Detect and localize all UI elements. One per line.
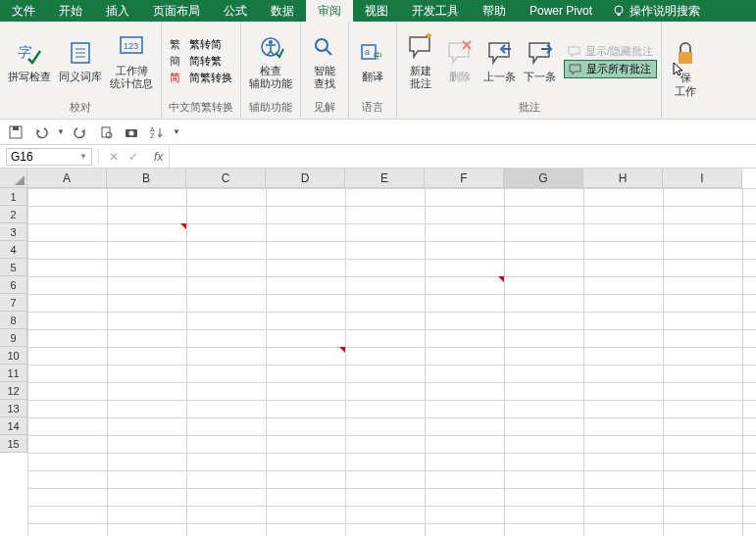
translate-icon: a中 bbox=[357, 37, 388, 69]
row-header[interactable]: 9 bbox=[0, 329, 27, 347]
print-preview-button[interactable] bbox=[96, 122, 116, 142]
name-box[interactable]: G16 ▼ bbox=[6, 148, 92, 166]
row-header[interactable]: 7 bbox=[0, 294, 27, 312]
tab-data[interactable]: 数据 bbox=[259, 0, 306, 22]
comment-indicator[interactable] bbox=[339, 347, 345, 353]
select-all-corner[interactable] bbox=[0, 169, 27, 188]
prev-comment-button[interactable]: 上一条 bbox=[479, 35, 520, 85]
column-header[interactable]: H bbox=[583, 169, 663, 188]
sort-button[interactable]: AZ bbox=[147, 122, 167, 142]
group-insights-label: 见解 bbox=[305, 98, 344, 117]
svg-text:中: 中 bbox=[374, 51, 382, 61]
enter-formula-icon: ✓ bbox=[128, 150, 138, 164]
svg-point-25 bbox=[128, 130, 133, 135]
column-header[interactable]: G bbox=[504, 169, 583, 188]
row-header[interactable]: 2 bbox=[0, 206, 27, 223]
next-comment-icon bbox=[525, 37, 556, 69]
row-header[interactable]: 8 bbox=[0, 312, 27, 329]
new-comment-button[interactable]: 新建 批注 bbox=[401, 29, 440, 92]
delete-comment-icon bbox=[444, 37, 476, 69]
tab-view[interactable]: 视图 bbox=[353, 0, 400, 22]
svg-text:繁: 繁 bbox=[170, 38, 180, 50]
conv-label: 简繁转换 bbox=[189, 71, 232, 85]
svg-text:简: 简 bbox=[170, 72, 180, 83]
tab-formulas[interactable]: 公式 bbox=[212, 0, 259, 22]
svg-text:字: 字 bbox=[17, 44, 32, 60]
accessibility-button[interactable]: 检查 辅助功能 bbox=[245, 29, 296, 92]
row-header[interactable]: 15 bbox=[0, 435, 27, 453]
smart-lookup-button[interactable]: 智能 查找 bbox=[305, 29, 344, 92]
column-header[interactable]: E bbox=[345, 169, 425, 188]
next-comment-label: 下一条 bbox=[524, 71, 556, 83]
tell-me-label: 操作说明搜索 bbox=[630, 3, 700, 20]
ribbon-tabs: 文件 开始 插入 页面布局 公式 数据 审阅 视图 开发工具 帮助 Power … bbox=[0, 0, 756, 22]
cancel-formula-icon: ✕ bbox=[109, 150, 119, 164]
fx-icon[interactable]: fx bbox=[148, 150, 169, 164]
tab-dev[interactable]: 开发工具 bbox=[400, 0, 471, 22]
acc-label: 检查 辅助功能 bbox=[249, 65, 292, 90]
t2s-label: 简转繁 bbox=[189, 54, 222, 69]
column-header[interactable]: D bbox=[266, 169, 345, 188]
row-header[interactable]: 3 bbox=[0, 223, 27, 241]
spreadsheet-grid: ABCDEFGHI 123456789101112131415 bbox=[0, 169, 756, 536]
row-header[interactable]: 5 bbox=[0, 259, 27, 276]
camera-button[interactable] bbox=[122, 122, 141, 142]
svg-point-13 bbox=[269, 40, 273, 44]
convert-icon: 简 bbox=[170, 71, 185, 84]
column-header[interactable]: C bbox=[186, 169, 266, 188]
tab-help[interactable]: 帮助 bbox=[471, 0, 518, 22]
trad-to-simp-button[interactable]: 簡 简转繁 bbox=[166, 53, 236, 70]
row-header[interactable]: 6 bbox=[0, 276, 27, 294]
row-header[interactable]: 1 bbox=[0, 188, 27, 206]
comment-indicator[interactable] bbox=[180, 223, 186, 229]
thesaurus-button[interactable]: 同义词库 bbox=[55, 35, 106, 85]
row-header[interactable]: 11 bbox=[0, 365, 27, 382]
tell-me-search[interactable]: 操作说明搜索 bbox=[604, 3, 708, 20]
chinese-convert-button[interactable]: 简 简繁转换 bbox=[166, 70, 236, 86]
row-header[interactable]: 14 bbox=[0, 417, 27, 435]
column-header[interactable]: F bbox=[425, 169, 504, 188]
row-header[interactable]: 13 bbox=[0, 400, 27, 417]
tab-file[interactable]: 文件 bbox=[0, 0, 47, 22]
next-comment-button[interactable]: 下一条 bbox=[520, 35, 560, 85]
column-header[interactable]: B bbox=[107, 169, 186, 188]
row-header[interactable]: 12 bbox=[0, 382, 27, 400]
group-proofing-label: 校对 bbox=[4, 98, 157, 117]
protect-sheet-button[interactable]: 保 工作 bbox=[666, 36, 705, 99]
comment-indicator[interactable] bbox=[498, 276, 504, 282]
stats-icon: 123 bbox=[116, 31, 147, 63]
comments-icon bbox=[569, 64, 582, 75]
column-header[interactable]: I bbox=[663, 169, 742, 188]
showall-label: 显示所有批注 bbox=[586, 62, 651, 76]
save-button[interactable] bbox=[6, 122, 25, 142]
formula-input[interactable] bbox=[169, 145, 756, 168]
spellcheck-button[interactable]: 字 拼写检查 bbox=[4, 35, 55, 85]
svg-text:123: 123 bbox=[124, 41, 138, 51]
simp-to-trad-button[interactable]: 繁 繁转简 bbox=[166, 36, 236, 53]
lightbulb-icon bbox=[612, 4, 626, 18]
tab-review[interactable]: 审阅 bbox=[306, 0, 353, 22]
translate-label: 翻译 bbox=[362, 71, 383, 83]
trad-icon: 簡 bbox=[170, 54, 185, 68]
workbook-stats-button[interactable]: 123 工作簿 统计信息 bbox=[106, 29, 157, 92]
showhide-label: 显示/隐藏批注 bbox=[585, 44, 653, 59]
thesaurus-icon bbox=[65, 37, 96, 69]
svg-rect-21 bbox=[13, 126, 19, 130]
svg-text:Z: Z bbox=[150, 132, 155, 139]
tab-layout[interactable]: 页面布局 bbox=[141, 0, 212, 22]
group-comments-label: 批注 bbox=[401, 98, 657, 117]
row-header[interactable]: 4 bbox=[0, 241, 27, 259]
row-header[interactable]: 10 bbox=[0, 347, 27, 365]
group-lang-label: 语言 bbox=[353, 98, 392, 117]
column-header[interactable]: A bbox=[27, 169, 107, 188]
tab-home[interactable]: 开始 bbox=[47, 0, 94, 22]
s2t-label: 繁转简 bbox=[189, 37, 222, 52]
quick-access-toolbar: ▼ AZ ▼ bbox=[0, 120, 756, 145]
translate-button[interactable]: a中 翻译 bbox=[353, 35, 392, 85]
tab-powerpivot[interactable]: Power Pivot bbox=[518, 0, 604, 22]
tab-insert[interactable]: 插入 bbox=[94, 0, 141, 22]
show-all-comments-button[interactable]: 显示所有批注 bbox=[564, 60, 657, 78]
redo-button[interactable] bbox=[71, 122, 90, 142]
undo-button[interactable] bbox=[31, 122, 51, 142]
group-protect-label bbox=[666, 113, 705, 117]
